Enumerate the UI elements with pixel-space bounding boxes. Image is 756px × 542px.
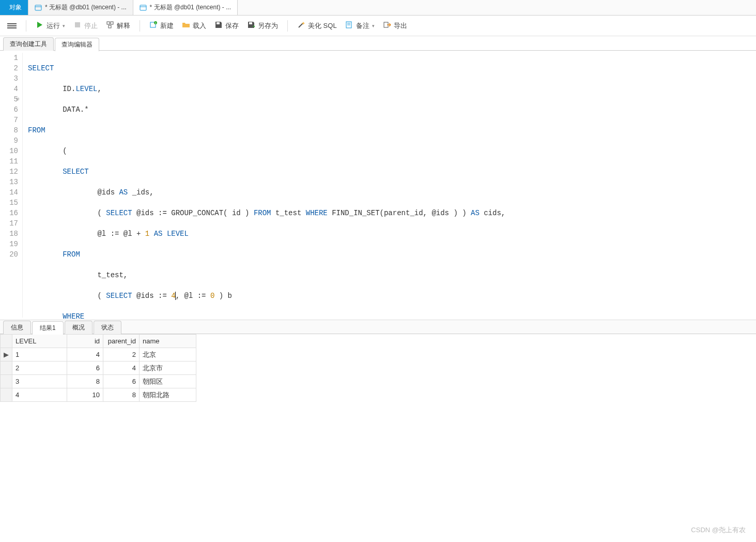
stop-icon <box>73 21 82 31</box>
tab-query-2[interactable]: * 无标题 @db01 (tencent) - ... <box>133 0 238 15</box>
result-grid-wrap: LEVEL id parent_id name ▶142北京 264北京市 38… <box>0 334 756 402</box>
code-content[interactable]: SELECT ID.LEVEL, DATA.* FROM ( SELECT @i… <box>23 53 505 318</box>
explain-button[interactable]: 解释 <box>103 19 133 33</box>
query-icon <box>140 4 147 11</box>
export-button[interactable]: 导出 <box>380 19 410 33</box>
chevron-down-icon: ▾ <box>63 23 65 28</box>
explain-label: 解释 <box>117 21 130 31</box>
line-number-gutter: 1234 5⊟ 678910 1112131415 1617181920 <box>0 53 23 318</box>
col-id[interactable]: id <box>67 335 103 348</box>
svg-rect-6 <box>140 5 146 10</box>
tab-query-1[interactable]: * 无标题 @db01 (tencent) - ... <box>28 0 133 15</box>
tab-label: 对象 <box>9 3 22 12</box>
table-row[interactable]: 386朝阳区 <box>1 375 196 388</box>
notes-label: 备注 <box>356 21 369 31</box>
save-button[interactable]: 保存 <box>211 19 242 33</box>
folder-icon <box>182 21 190 31</box>
beautify-label: 美化 SQL <box>308 21 337 31</box>
row-selector-header[interactable] <box>1 335 12 348</box>
menu-button[interactable] <box>4 20 20 32</box>
table-row[interactable]: 4108朝阳北路 <box>1 388 196 402</box>
window-tab-bar: 对象 * 无标题 @db01 (tencent) - ... * 无标题 @db… <box>0 0 756 16</box>
svg-text:+: + <box>155 21 157 24</box>
result-rows: ▶142北京 264北京市 386朝阳区 4108朝阳北路 <box>1 348 196 402</box>
result-tabs: 信息 结果1 概况 状态 <box>0 320 756 334</box>
new-icon: + <box>149 21 158 31</box>
fold-icon[interactable]: ⊟ <box>17 94 19 104</box>
save-as-button[interactable]: 另存为 <box>244 19 281 33</box>
query-icon <box>35 4 42 11</box>
svg-rect-4 <box>35 5 41 10</box>
svg-rect-16 <box>217 22 220 24</box>
tab-label: * 无标题 @db01 (tencent) - ... <box>45 3 127 12</box>
save-as-icon <box>247 21 255 31</box>
tab-result-1[interactable]: 结果1 <box>32 321 64 335</box>
separator <box>140 20 140 32</box>
tab-status[interactable]: 状态 <box>94 321 121 334</box>
svg-line-18 <box>299 23 303 27</box>
table-row[interactable]: ▶142北京 <box>1 348 196 362</box>
sql-editor[interactable]: 1234 5⊟ 678910 1112131415 1617181920 SEL… <box>0 51 756 320</box>
export-icon <box>383 21 391 31</box>
separator <box>26 20 26 32</box>
export-label: 导出 <box>394 21 407 31</box>
beautify-button[interactable]: 美化 SQL <box>294 19 340 33</box>
svg-rect-10 <box>107 22 110 24</box>
svg-rect-12 <box>109 25 111 28</box>
chevron-down-icon: ▾ <box>372 23 375 28</box>
notes-button[interactable]: 备注 ▾ <box>342 19 378 33</box>
load-label: 载入 <box>193 21 206 31</box>
stop-button[interactable]: 停止 <box>70 19 101 33</box>
new-label: 新建 <box>160 21 174 31</box>
separator <box>287 20 288 32</box>
stop-label: 停止 <box>84 21 98 31</box>
toolbar: 运行 ▾ 停止 解释 + 新建 载入 保存 另存为 美化 SQL 备注 ▾ 导出 <box>0 16 756 36</box>
tab-query-builder[interactable]: 查询创建工具 <box>3 37 54 51</box>
col-name[interactable]: name <box>140 335 196 348</box>
notes-icon <box>345 21 353 31</box>
col-parent-id[interactable]: parent_id <box>103 335 140 348</box>
save-as-label: 另存为 <box>258 21 278 31</box>
svg-rect-11 <box>111 22 113 24</box>
explain-icon <box>106 21 114 31</box>
run-button[interactable]: 运行 ▾ <box>33 19 68 33</box>
row-pointer-icon: ▶ <box>1 348 12 362</box>
run-label: 运行 <box>47 21 60 31</box>
svg-rect-9 <box>75 22 80 27</box>
result-grid[interactable]: LEVEL id parent_id name ▶142北京 264北京市 38… <box>0 334 196 402</box>
svg-rect-17 <box>249 22 252 24</box>
new-button[interactable]: + 新建 <box>146 19 177 33</box>
tab-profile[interactable]: 概况 <box>65 321 92 334</box>
svg-marker-8 <box>37 22 42 28</box>
hamburger-icon <box>7 22 17 29</box>
save-label: 保存 <box>225 21 239 31</box>
load-button[interactable]: 载入 <box>179 19 209 33</box>
save-icon <box>214 21 223 31</box>
wand-icon <box>297 21 305 31</box>
editor-tabs: 查询创建工具 查询编辑器 <box>0 36 756 51</box>
tab-query-editor[interactable]: 查询编辑器 <box>55 38 99 51</box>
play-icon <box>36 21 44 31</box>
table-row[interactable]: 264北京市 <box>1 362 196 375</box>
tab-objects[interactable]: 对象 <box>0 0 28 15</box>
tab-label: * 无标题 @db01 (tencent) - ... <box>150 3 232 12</box>
col-level[interactable]: LEVEL <box>12 335 67 348</box>
tab-info[interactable]: 信息 <box>3 321 31 334</box>
